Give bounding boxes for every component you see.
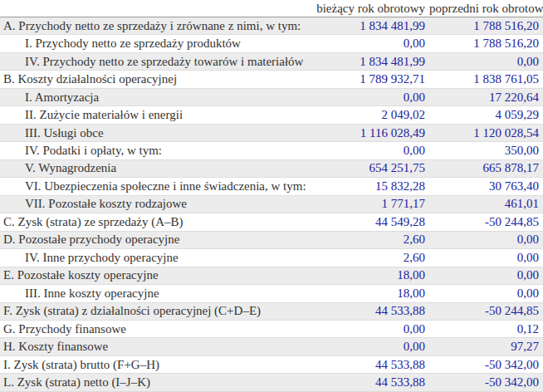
table-row: H. Koszty finansowe 0,00 97,27 xyxy=(0,338,543,355)
row-label: II. Zużycie materiałów i energii xyxy=(0,108,316,122)
value-previous-year: -50 244,85 xyxy=(429,304,543,318)
table-row: IV. Przychody netto ze sprzedaży towarów… xyxy=(0,53,543,71)
value-previous-year: -50 342,00 xyxy=(429,358,543,372)
value-previous-year: 97,27 xyxy=(429,340,543,354)
table-row: VII. Pozostałe koszty rodzajowe 1 771,17… xyxy=(0,196,543,213)
value-current-year: 44 533,88 xyxy=(316,304,429,318)
table-row: E. Pozostałe koszty operacyjne 18,00 0,0… xyxy=(0,267,543,285)
row-label: L. Zysk (strata) netto (I–J–K) xyxy=(0,375,316,390)
table-body: A. Przychody netto ze sprzedaży i zrówna… xyxy=(0,17,543,392)
value-current-year: 0,00 xyxy=(316,37,429,51)
table-row: IV. Inne przychody operacyjne 2,60 0,00 xyxy=(0,249,543,267)
value-previous-year: 17 220,64 xyxy=(429,91,543,105)
value-current-year: 1 116 028,49 xyxy=(316,126,429,140)
value-current-year: 44 533,88 xyxy=(316,375,429,390)
value-current-year: 0,00 xyxy=(316,91,429,105)
value-current-year: 44 549,28 xyxy=(316,215,429,229)
value-previous-year: -50 342,00 xyxy=(429,375,543,390)
value-current-year: 0,00 xyxy=(316,322,429,336)
header-previous-year-column: poprzedni rok obrotowy xyxy=(429,2,543,16)
row-label: V. Wynagrodzenia xyxy=(0,161,316,175)
row-label: I. Przychody netto ze sprzedaży produktó… xyxy=(0,37,316,51)
value-current-year: 1 789 932,71 xyxy=(316,72,429,86)
value-current-year: 1 771,17 xyxy=(316,197,429,211)
table-row: L. Zysk (strata) netto (I–J–K) 44 533,88… xyxy=(0,374,543,391)
row-label: I. Amortyzacja xyxy=(0,91,316,105)
profit-loss-table: bieżący rok obrotowy poprzedni rok obrot… xyxy=(0,0,543,392)
row-label: IV. Inne przychody operacyjne xyxy=(0,251,316,265)
row-label: B. Koszty działalności operacyjnej xyxy=(0,72,316,86)
table-header-row: bieżący rok obrotowy poprzedni rok obrot… xyxy=(0,0,543,17)
header-current-year-column: bieżący rok obrotowy xyxy=(316,2,429,16)
value-previous-year: 0,00 xyxy=(429,233,543,247)
table-row: D. Pozostałe przychody operacyjne 2,60 0… xyxy=(0,232,543,249)
row-label: III. Usługi obce xyxy=(0,126,316,140)
value-previous-year: 1 788 516,20 xyxy=(429,19,543,33)
value-previous-year: 0,00 xyxy=(429,287,543,301)
row-label: E. Pozostałe koszty operacyjne xyxy=(0,268,316,282)
row-label: F. Zysk (strata) z działalności operacyj… xyxy=(0,304,316,318)
row-label: A. Przychody netto ze sprzedaży i zrówna… xyxy=(0,19,316,33)
value-previous-year: -50 244,85 xyxy=(429,215,543,229)
value-current-year: 0,00 xyxy=(316,144,429,158)
table-row: F. Zysk (strata) z działalności operacyj… xyxy=(0,303,543,321)
value-previous-year: 0,12 xyxy=(429,322,543,336)
value-current-year: 0,00 xyxy=(316,340,429,354)
row-label: C. Zysk (strata) ze sprzedaży (A–B) xyxy=(0,215,316,229)
table-row: I. Amortyzacja 0,00 17 220,64 xyxy=(0,89,543,106)
value-previous-year: 0,00 xyxy=(429,268,543,282)
table-row: III. Usługi obce 1 116 028,49 1 120 028,… xyxy=(0,125,543,142)
value-previous-year: 461,01 xyxy=(429,197,543,211)
value-previous-year: 30 763,40 xyxy=(429,179,543,194)
value-current-year: 2,60 xyxy=(316,233,429,247)
table-row: V. Wynagrodzenia 654 251,75 665 878,17 xyxy=(0,160,543,178)
row-label: III. Inne koszty operacyjne xyxy=(0,287,316,301)
table-row: A. Przychody netto ze sprzedaży i zrówna… xyxy=(0,17,543,35)
value-current-year: 1 834 481,99 xyxy=(316,55,429,69)
value-current-year: 2 049,02 xyxy=(316,108,429,122)
row-label: G. Przychody finansowe xyxy=(0,322,316,336)
table-row: I. Przychody netto ze sprzedaży produktó… xyxy=(0,35,543,52)
value-previous-year: 1 120 028,54 xyxy=(429,126,543,140)
value-current-year: 18,00 xyxy=(316,268,429,282)
table-row: C. Zysk (strata) ze sprzedaży (A–B) 44 5… xyxy=(0,213,543,231)
value-current-year: 44 533,88 xyxy=(316,358,429,372)
value-previous-year: 4 059,29 xyxy=(429,108,543,122)
row-label: H. Koszty finansowe xyxy=(0,340,316,354)
value-current-year: 2,60 xyxy=(316,251,429,265)
value-current-year: 654 251,75 xyxy=(316,161,429,175)
table-row: II. Zużycie materiałów i energii 2 049,0… xyxy=(0,106,543,124)
value-previous-year: 665 878,17 xyxy=(429,161,543,175)
table-row: B. Koszty działalności operacyjnej 1 789… xyxy=(0,71,543,88)
table-row: IV. Podatki i opłaty, w tym: 0,00 350,00 xyxy=(0,142,543,159)
table-row: III. Inne koszty operacyjne 18,00 0,00 xyxy=(0,285,543,302)
table-row: VI. Ubezpieczenia społeczne i inne świad… xyxy=(0,178,543,195)
value-previous-year: 1 838 761,05 xyxy=(429,72,543,86)
row-label: D. Pozostałe przychody operacyjne xyxy=(0,233,316,247)
table-row: G. Przychody finansowe 0,00 0,12 xyxy=(0,321,543,338)
row-label: VI. Ubezpieczenia społeczne i inne świad… xyxy=(0,179,316,194)
value-current-year: 1 834 481,99 xyxy=(316,19,429,33)
value-previous-year: 1 788 516,20 xyxy=(429,37,543,51)
row-label: I. Zysk (strata) brutto (F+G–H) xyxy=(0,358,316,372)
row-label: IV. Przychody netto ze sprzedaży towarów… xyxy=(0,55,316,69)
value-previous-year: 0,00 xyxy=(429,55,543,69)
value-current-year: 15 832,28 xyxy=(316,179,429,194)
value-previous-year: 350,00 xyxy=(429,144,543,158)
table-row: I. Zysk (strata) brutto (F+G–H) 44 533,8… xyxy=(0,356,543,374)
value-current-year: 18,00 xyxy=(316,287,429,301)
row-label: VII. Pozostałe koszty rodzajowe xyxy=(0,197,316,211)
value-previous-year: 0,00 xyxy=(429,251,543,265)
row-label: IV. Podatki i opłaty, w tym: xyxy=(0,144,316,158)
